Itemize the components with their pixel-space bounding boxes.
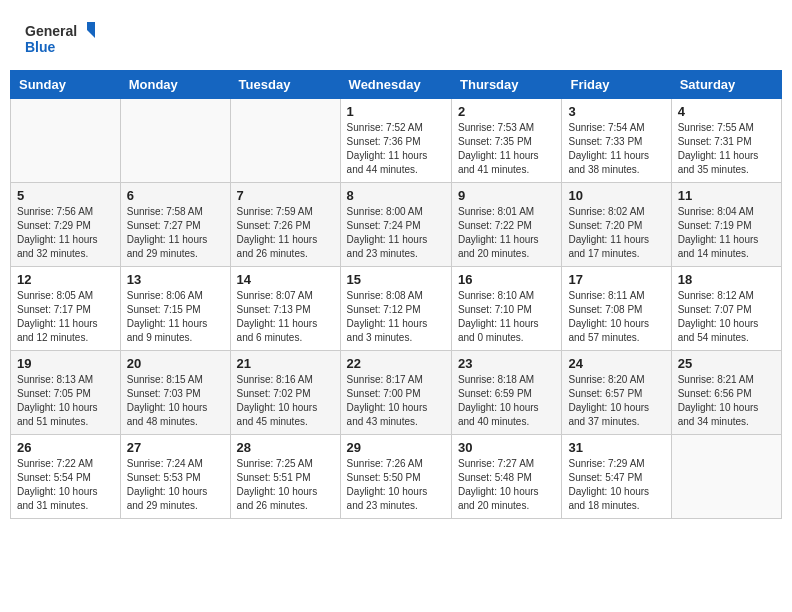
calendar-cell: 13Sunrise: 8:06 AM Sunset: 7:15 PM Dayli…	[120, 267, 230, 351]
day-number: 28	[237, 440, 334, 455]
col-header-sunday: Sunday	[11, 71, 121, 99]
calendar-cell: 16Sunrise: 8:10 AM Sunset: 7:10 PM Dayli…	[452, 267, 562, 351]
calendar-cell: 7Sunrise: 7:59 AM Sunset: 7:26 PM Daylig…	[230, 183, 340, 267]
day-number: 20	[127, 356, 224, 371]
day-number: 24	[568, 356, 664, 371]
day-info: Sunrise: 8:11 AM Sunset: 7:08 PM Dayligh…	[568, 289, 664, 345]
calendar-row-2: 12Sunrise: 8:05 AM Sunset: 7:17 PM Dayli…	[11, 267, 782, 351]
day-number: 3	[568, 104, 664, 119]
day-number: 6	[127, 188, 224, 203]
day-info: Sunrise: 7:22 AM Sunset: 5:54 PM Dayligh…	[17, 457, 114, 513]
day-info: Sunrise: 8:00 AM Sunset: 7:24 PM Dayligh…	[347, 205, 445, 261]
calendar-table: SundayMondayTuesdayWednesdayThursdayFrid…	[10, 70, 782, 519]
day-info: Sunrise: 7:53 AM Sunset: 7:35 PM Dayligh…	[458, 121, 555, 177]
day-number: 19	[17, 356, 114, 371]
day-number: 5	[17, 188, 114, 203]
svg-text:General: General	[25, 23, 77, 39]
day-number: 27	[127, 440, 224, 455]
day-info: Sunrise: 7:59 AM Sunset: 7:26 PM Dayligh…	[237, 205, 334, 261]
day-info: Sunrise: 8:21 AM Sunset: 6:56 PM Dayligh…	[678, 373, 775, 429]
col-header-thursday: Thursday	[452, 71, 562, 99]
calendar-cell: 4Sunrise: 7:55 AM Sunset: 7:31 PM Daylig…	[671, 99, 781, 183]
day-info: Sunrise: 8:02 AM Sunset: 7:20 PM Dayligh…	[568, 205, 664, 261]
day-info: Sunrise: 8:12 AM Sunset: 7:07 PM Dayligh…	[678, 289, 775, 345]
calendar-row-3: 19Sunrise: 8:13 AM Sunset: 7:05 PM Dayli…	[11, 351, 782, 435]
calendar-cell: 28Sunrise: 7:25 AM Sunset: 5:51 PM Dayli…	[230, 435, 340, 519]
day-info: Sunrise: 7:27 AM Sunset: 5:48 PM Dayligh…	[458, 457, 555, 513]
day-number: 15	[347, 272, 445, 287]
calendar-cell: 21Sunrise: 8:16 AM Sunset: 7:02 PM Dayli…	[230, 351, 340, 435]
day-info: Sunrise: 7:26 AM Sunset: 5:50 PM Dayligh…	[347, 457, 445, 513]
col-header-monday: Monday	[120, 71, 230, 99]
calendar-cell: 30Sunrise: 7:27 AM Sunset: 5:48 PM Dayli…	[452, 435, 562, 519]
day-info: Sunrise: 8:10 AM Sunset: 7:10 PM Dayligh…	[458, 289, 555, 345]
day-info: Sunrise: 8:01 AM Sunset: 7:22 PM Dayligh…	[458, 205, 555, 261]
day-number: 7	[237, 188, 334, 203]
calendar-cell: 10Sunrise: 8:02 AM Sunset: 7:20 PM Dayli…	[562, 183, 671, 267]
calendar-cell: 22Sunrise: 8:17 AM Sunset: 7:00 PM Dayli…	[340, 351, 451, 435]
day-number: 13	[127, 272, 224, 287]
day-info: Sunrise: 8:15 AM Sunset: 7:03 PM Dayligh…	[127, 373, 224, 429]
col-header-wednesday: Wednesday	[340, 71, 451, 99]
calendar-cell: 26Sunrise: 7:22 AM Sunset: 5:54 PM Dayli…	[11, 435, 121, 519]
day-number: 14	[237, 272, 334, 287]
day-info: Sunrise: 8:13 AM Sunset: 7:05 PM Dayligh…	[17, 373, 114, 429]
calendar-cell: 3Sunrise: 7:54 AM Sunset: 7:33 PM Daylig…	[562, 99, 671, 183]
calendar-cell: 15Sunrise: 8:08 AM Sunset: 7:12 PM Dayli…	[340, 267, 451, 351]
day-info: Sunrise: 8:20 AM Sunset: 6:57 PM Dayligh…	[568, 373, 664, 429]
calendar-row-4: 26Sunrise: 7:22 AM Sunset: 5:54 PM Dayli…	[11, 435, 782, 519]
day-info: Sunrise: 7:54 AM Sunset: 7:33 PM Dayligh…	[568, 121, 664, 177]
calendar-cell	[11, 99, 121, 183]
calendar-cell: 31Sunrise: 7:29 AM Sunset: 5:47 PM Dayli…	[562, 435, 671, 519]
calendar-cell: 18Sunrise: 8:12 AM Sunset: 7:07 PM Dayli…	[671, 267, 781, 351]
svg-marker-2	[87, 22, 95, 38]
day-number: 30	[458, 440, 555, 455]
calendar-cell: 24Sunrise: 8:20 AM Sunset: 6:57 PM Dayli…	[562, 351, 671, 435]
day-number: 17	[568, 272, 664, 287]
calendar-cell: 12Sunrise: 8:05 AM Sunset: 7:17 PM Dayli…	[11, 267, 121, 351]
calendar-cell	[230, 99, 340, 183]
calendar-cell: 9Sunrise: 8:01 AM Sunset: 7:22 PM Daylig…	[452, 183, 562, 267]
logo-svg: General Blue	[25, 20, 95, 60]
day-number: 31	[568, 440, 664, 455]
page-header: General Blue	[10, 10, 782, 65]
calendar-row-0: 1Sunrise: 7:52 AM Sunset: 7:36 PM Daylig…	[11, 99, 782, 183]
day-info: Sunrise: 8:16 AM Sunset: 7:02 PM Dayligh…	[237, 373, 334, 429]
calendar-header-row: SundayMondayTuesdayWednesdayThursdayFrid…	[11, 71, 782, 99]
day-info: Sunrise: 8:06 AM Sunset: 7:15 PM Dayligh…	[127, 289, 224, 345]
day-info: Sunrise: 7:29 AM Sunset: 5:47 PM Dayligh…	[568, 457, 664, 513]
calendar-cell: 27Sunrise: 7:24 AM Sunset: 5:53 PM Dayli…	[120, 435, 230, 519]
day-number: 10	[568, 188, 664, 203]
day-number: 12	[17, 272, 114, 287]
day-info: Sunrise: 8:18 AM Sunset: 6:59 PM Dayligh…	[458, 373, 555, 429]
day-number: 23	[458, 356, 555, 371]
day-number: 21	[237, 356, 334, 371]
day-number: 9	[458, 188, 555, 203]
day-info: Sunrise: 7:55 AM Sunset: 7:31 PM Dayligh…	[678, 121, 775, 177]
day-number: 16	[458, 272, 555, 287]
day-number: 1	[347, 104, 445, 119]
day-info: Sunrise: 7:56 AM Sunset: 7:29 PM Dayligh…	[17, 205, 114, 261]
calendar-cell: 23Sunrise: 8:18 AM Sunset: 6:59 PM Dayli…	[452, 351, 562, 435]
svg-text:Blue: Blue	[25, 39, 56, 55]
calendar-cell	[120, 99, 230, 183]
day-info: Sunrise: 7:24 AM Sunset: 5:53 PM Dayligh…	[127, 457, 224, 513]
calendar-cell: 20Sunrise: 8:15 AM Sunset: 7:03 PM Dayli…	[120, 351, 230, 435]
calendar-cell: 14Sunrise: 8:07 AM Sunset: 7:13 PM Dayli…	[230, 267, 340, 351]
calendar-cell: 25Sunrise: 8:21 AM Sunset: 6:56 PM Dayli…	[671, 351, 781, 435]
day-number: 29	[347, 440, 445, 455]
day-info: Sunrise: 8:08 AM Sunset: 7:12 PM Dayligh…	[347, 289, 445, 345]
calendar-cell: 2Sunrise: 7:53 AM Sunset: 7:35 PM Daylig…	[452, 99, 562, 183]
calendar-cell: 11Sunrise: 8:04 AM Sunset: 7:19 PM Dayli…	[671, 183, 781, 267]
calendar-cell: 1Sunrise: 7:52 AM Sunset: 7:36 PM Daylig…	[340, 99, 451, 183]
calendar-cell: 29Sunrise: 7:26 AM Sunset: 5:50 PM Dayli…	[340, 435, 451, 519]
calendar-cell: 6Sunrise: 7:58 AM Sunset: 7:27 PM Daylig…	[120, 183, 230, 267]
calendar-cell: 19Sunrise: 8:13 AM Sunset: 7:05 PM Dayli…	[11, 351, 121, 435]
day-number: 18	[678, 272, 775, 287]
col-header-friday: Friday	[562, 71, 671, 99]
calendar-cell: 8Sunrise: 8:00 AM Sunset: 7:24 PM Daylig…	[340, 183, 451, 267]
logo: General Blue	[25, 20, 95, 60]
calendar-cell: 17Sunrise: 8:11 AM Sunset: 7:08 PM Dayli…	[562, 267, 671, 351]
day-number: 11	[678, 188, 775, 203]
day-info: Sunrise: 7:58 AM Sunset: 7:27 PM Dayligh…	[127, 205, 224, 261]
